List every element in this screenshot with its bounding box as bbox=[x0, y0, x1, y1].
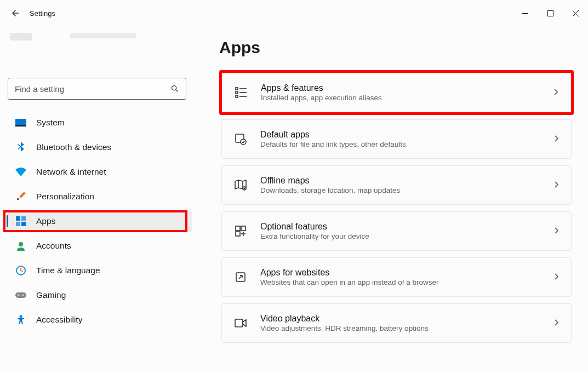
svg-rect-30 bbox=[241, 226, 246, 231]
card-text: Default appsDefaults for file and link t… bbox=[260, 130, 553, 148]
apps-features-icon bbox=[235, 86, 248, 99]
sidebar-item-label: Gaming bbox=[36, 290, 66, 300]
svg-point-12 bbox=[19, 242, 23, 246]
card-wrap: Default appsDefaults for file and link t… bbox=[219, 117, 574, 161]
svg-rect-5 bbox=[15, 125, 26, 126]
card-title: Video playback bbox=[260, 314, 553, 324]
svg-rect-20 bbox=[236, 91, 238, 94]
svg-rect-29 bbox=[236, 226, 240, 231]
back-button[interactable] bbox=[4, 2, 26, 24]
card-title: Default apps bbox=[260, 130, 553, 140]
sidebar-item-gaming[interactable]: Gaming bbox=[7, 284, 192, 306]
maximize-button[interactable] bbox=[538, 4, 563, 22]
sidebar-item-system[interactable]: System bbox=[7, 112, 192, 134]
card-title: Apps for websites bbox=[260, 268, 553, 278]
sidebar-nav: SystemBluetooth & devicesNetwork & inter… bbox=[7, 112, 203, 331]
card-title: Offline maps bbox=[260, 176, 553, 186]
sidebar-item-label: Bluetooth & devices bbox=[36, 142, 111, 152]
svg-rect-10 bbox=[16, 222, 20, 226]
back-arrow-icon bbox=[10, 8, 20, 18]
user-info-stub bbox=[10, 33, 203, 72]
maximize-icon bbox=[547, 10, 553, 16]
sidebar: SystemBluetooth & devicesNetwork & inter… bbox=[0, 26, 203, 374]
sidebar-item-label: System bbox=[36, 118, 65, 128]
close-button[interactable] bbox=[563, 4, 588, 22]
content-area: SystemBluetooth & devicesNetwork & inter… bbox=[0, 26, 588, 374]
minimize-icon bbox=[522, 10, 528, 16]
card-text: Offline mapsDownloads, storage location,… bbox=[260, 176, 553, 194]
sidebar-item-label: Accessibility bbox=[36, 315, 82, 325]
search-icon bbox=[170, 84, 179, 93]
svg-point-17 bbox=[20, 315, 22, 318]
svg-rect-1 bbox=[547, 10, 553, 16]
card-default-apps[interactable]: Default appsDefaults for file and link t… bbox=[221, 119, 572, 159]
sidebar-item-label: Apps bbox=[36, 216, 55, 226]
search-box[interactable] bbox=[8, 78, 186, 100]
search-input[interactable] bbox=[15, 84, 170, 94]
personalization-icon bbox=[15, 191, 26, 202]
sidebar-item-label: Personalization bbox=[36, 192, 94, 202]
svg-point-16 bbox=[22, 295, 24, 296]
default-apps-icon bbox=[234, 133, 247, 146]
card-description: Defaults for file and link types, other … bbox=[260, 140, 553, 148]
sidebar-item-time[interactable]: Time & language bbox=[7, 260, 192, 281]
svg-rect-7 bbox=[17, 198, 19, 200]
sidebar-item-bluetooth[interactable]: Bluetooth & devices bbox=[7, 136, 192, 158]
card-description: Installed apps, app execution aliases bbox=[261, 94, 553, 102]
card-apps-features[interactable]: Apps & featuresInstalled apps, app execu… bbox=[222, 73, 571, 112]
accessibility-icon bbox=[15, 314, 26, 325]
sidebar-item-label: Time & language bbox=[36, 266, 100, 275]
time-icon bbox=[15, 265, 26, 276]
gaming-icon bbox=[15, 290, 26, 301]
svg-rect-18 bbox=[236, 88, 238, 90]
sidebar-item-label: Network & internet bbox=[36, 167, 106, 177]
titlebar: Settings bbox=[0, 0, 588, 26]
svg-rect-11 bbox=[21, 222, 26, 226]
sidebar-item-personalization[interactable]: Personalization bbox=[7, 186, 192, 208]
card-optional-features[interactable]: Optional featuresExtra functionality for… bbox=[221, 211, 572, 251]
card-video-playback[interactable]: Video playbackVideo adjustments, HDR str… bbox=[221, 303, 572, 343]
network-icon bbox=[15, 166, 26, 177]
sidebar-item-accounts[interactable]: Accounts bbox=[7, 235, 192, 257]
svg-line-3 bbox=[176, 90, 178, 91]
main-panel: Apps Apps & featuresInstalled apps, app … bbox=[203, 26, 588, 374]
sidebar-item-accessibility[interactable]: Accessibility bbox=[7, 309, 192, 331]
card-wrap: Optional featuresExtra functionality for… bbox=[219, 209, 574, 253]
settings-cards: Apps & featuresInstalled apps, app execu… bbox=[219, 70, 574, 345]
card-wrap: Offline mapsDownloads, storage location,… bbox=[219, 163, 574, 207]
chevron-right-icon bbox=[553, 319, 561, 327]
offline-maps-icon bbox=[234, 179, 247, 192]
window-controls bbox=[512, 0, 588, 26]
svg-rect-9 bbox=[21, 216, 26, 221]
card-title: Apps & features bbox=[261, 83, 553, 93]
window-title: Settings bbox=[30, 9, 55, 18]
close-icon bbox=[573, 10, 579, 16]
svg-point-2 bbox=[172, 86, 176, 90]
chevron-right-icon bbox=[553, 89, 561, 96]
highlight-box bbox=[3, 210, 187, 232]
card-description: Websites that can open in an app instead… bbox=[260, 278, 553, 286]
accounts-icon bbox=[15, 240, 26, 251]
chevron-right-icon bbox=[553, 227, 561, 235]
card-offline-maps[interactable]: Offline mapsDownloads, storage location,… bbox=[221, 165, 572, 205]
search-container bbox=[8, 78, 186, 100]
sidebar-item-apps[interactable]: Apps bbox=[7, 210, 192, 232]
minimize-button[interactable] bbox=[512, 4, 538, 22]
card-text: Optional featuresExtra functionality for… bbox=[260, 222, 553, 240]
card-apps-websites[interactable]: Apps for websitesWebsites that can open … bbox=[221, 257, 572, 297]
video-playback-icon bbox=[234, 317, 247, 330]
sidebar-item-label: Accounts bbox=[36, 241, 71, 251]
svg-rect-8 bbox=[16, 216, 20, 221]
card-text: Apps for websitesWebsites that can open … bbox=[260, 268, 553, 286]
sidebar-item-network[interactable]: Network & internet bbox=[7, 161, 192, 183]
card-wrap: Video playbackVideo adjustments, HDR str… bbox=[219, 301, 574, 345]
bluetooth-icon bbox=[15, 142, 26, 153]
svg-rect-14 bbox=[15, 292, 26, 298]
svg-point-15 bbox=[18, 295, 20, 296]
card-text: Apps & featuresInstalled apps, app execu… bbox=[261, 83, 553, 102]
chevron-right-icon bbox=[553, 181, 561, 189]
svg-point-25 bbox=[241, 139, 246, 145]
card-description: Downloads, storage location, map updates bbox=[260, 186, 553, 194]
page-title: Apps bbox=[219, 38, 574, 57]
svg-rect-22 bbox=[236, 95, 238, 97]
